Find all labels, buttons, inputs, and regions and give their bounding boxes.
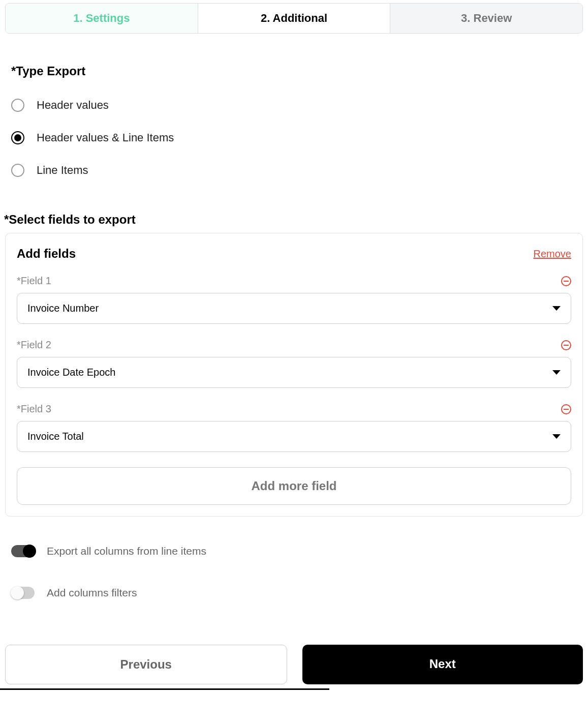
select-fields-label: *Select fields to export — [0, 213, 588, 227]
tab-additional[interactable]: 2. Additional — [198, 4, 391, 33]
radio-icon — [11, 131, 24, 144]
next-button[interactable]: Next — [302, 645, 583, 684]
field-1-select[interactable]: Invoice Number — [17, 293, 571, 324]
field-3-value: Invoice Total — [27, 431, 84, 442]
field-block-1: *Field 1 Invoice Number — [17, 275, 571, 324]
field-2-select[interactable]: Invoice Date Epoch — [17, 357, 571, 388]
chevron-down-icon — [552, 434, 561, 439]
tab-review[interactable]: 3. Review — [390, 4, 582, 33]
footer: Previous Next — [0, 645, 588, 684]
radio-header-values[interactable]: Header values — [11, 99, 588, 112]
step-tabs: 1. Settings 2. Additional 3. Review — [5, 3, 583, 34]
remove-field-icon[interactable] — [561, 340, 571, 350]
type-export-section: *Type Export Header values Header values… — [0, 64, 588, 177]
type-export-radio-group: Header values Header values & Line Items… — [0, 99, 588, 177]
toggle-add-filters-label: Add columns filters — [47, 587, 137, 599]
radio-label: Line Items — [37, 164, 88, 177]
toggle-export-all-label: Export all columns from line items — [47, 545, 206, 557]
previous-button[interactable]: Previous — [5, 645, 287, 684]
radio-label: Header values & Line Items — [37, 131, 174, 144]
radio-label: Header values — [37, 99, 109, 112]
toggle-knob — [11, 586, 24, 599]
radio-header-and-line[interactable]: Header values & Line Items — [11, 131, 588, 144]
field-3-label: *Field 3 — [17, 403, 51, 415]
fields-card: Add fields Remove *Field 1 Invoice Numbe… — [5, 233, 583, 517]
fields-header: Add fields Remove — [17, 247, 571, 261]
radio-line-items[interactable]: Line Items — [11, 164, 588, 177]
toggle-add-filters[interactable] — [11, 587, 35, 599]
radio-icon — [11, 164, 24, 177]
type-export-label: *Type Export — [0, 64, 588, 78]
field-1-label: *Field 1 — [17, 275, 51, 287]
toggle-add-filters-row: Add columns filters — [11, 587, 588, 599]
field-2-label: *Field 2 — [17, 339, 51, 351]
field-1-value: Invoice Number — [27, 303, 99, 314]
remove-field-icon[interactable] — [561, 404, 571, 414]
bottom-divider — [0, 688, 329, 690]
field-block-2: *Field 2 Invoice Date Epoch — [17, 339, 571, 388]
add-fields-title: Add fields — [17, 247, 76, 261]
field-block-3: *Field 3 Invoice Total — [17, 403, 571, 452]
chevron-down-icon — [552, 370, 561, 375]
chevron-down-icon — [552, 306, 561, 311]
toggle-export-all-row: Export all columns from line items — [11, 545, 588, 557]
remove-field-icon[interactable] — [561, 276, 571, 286]
remove-link[interactable]: Remove — [534, 248, 571, 260]
tab-settings[interactable]: 1. Settings — [6, 4, 198, 33]
field-2-value: Invoice Date Epoch — [27, 367, 115, 378]
toggle-knob — [23, 545, 36, 558]
toggles-section: Export all columns from line items Add c… — [0, 545, 588, 599]
add-more-field-button[interactable]: Add more field — [17, 467, 571, 505]
radio-icon — [11, 99, 24, 112]
field-3-select[interactable]: Invoice Total — [17, 421, 571, 452]
toggle-export-all[interactable] — [11, 545, 35, 557]
